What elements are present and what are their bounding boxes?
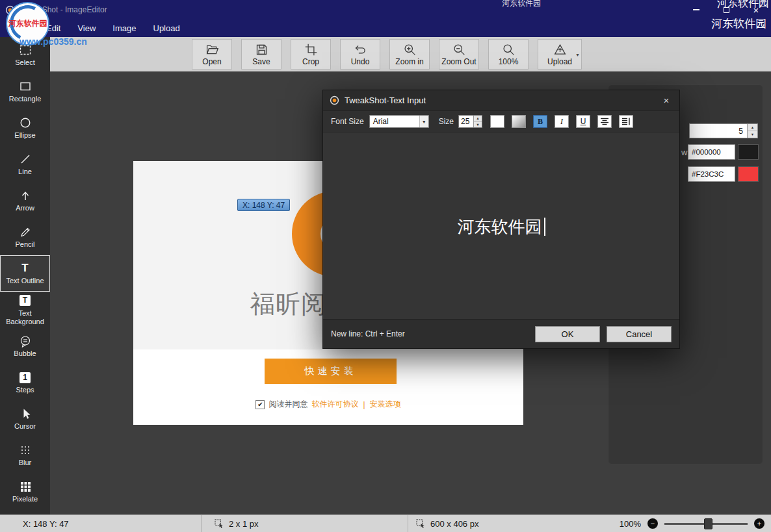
spinner-buttons[interactable]: ▲ ▼ <box>747 124 757 138</box>
tool-text-outline[interactable]: T Text Outline <box>0 255 50 292</box>
dialog-titlebar: TweakShot-Text Input × <box>323 90 679 111</box>
tool-text-background-label: Text Background <box>5 309 46 325</box>
zoom-in-button[interactable]: Zoom in <box>389 39 430 70</box>
minimize-button[interactable] <box>681 0 711 19</box>
text-input-dialog: TweakShot-Text Input × Font Size Arial ▼… <box>322 90 680 349</box>
selection-size-icon <box>215 519 224 528</box>
save-button[interactable]: Save <box>241 39 281 70</box>
upload-icon <box>553 43 567 57</box>
upload-button[interactable]: Upload ▼ <box>538 39 582 70</box>
watermark-top-right-1: 河东软件园 <box>717 0 769 10</box>
font-size-spin-up-icon[interactable]: ▲ <box>474 116 482 122</box>
underline-button[interactable]: U <box>576 115 590 128</box>
tool-select-label: Select <box>15 58 35 67</box>
text-caret <box>544 218 545 236</box>
install-button[interactable]: 快速安装 <box>265 359 397 384</box>
statusbar-coords: X: 148 Y: 47 <box>23 519 69 529</box>
tool-pencil[interactable]: Pencil <box>0 219 50 255</box>
zoom-in-icon <box>403 43 417 57</box>
color-swatch-black[interactable] <box>738 144 759 160</box>
text-direction-button[interactable] <box>619 115 633 128</box>
bold-button[interactable]: B <box>533 115 547 128</box>
font-select-dropdown-icon[interactable]: ▼ <box>419 116 428 127</box>
font-size-spinner[interactable]: 25 ▲ ▼ <box>458 115 482 128</box>
zoom-value: 100% <box>620 519 641 529</box>
statusbar-coords-section: X: 148 Y: 47 <box>0 515 202 532</box>
tool-blur[interactable]: Blur <box>0 437 50 474</box>
zoom-out-icon: − <box>651 520 655 527</box>
checkbox-check-icon: ✔ <box>257 401 263 408</box>
tool-text-outline-label: Text Outline <box>6 277 44 285</box>
open-button[interactable]: Open <box>192 39 232 70</box>
zoom-100-button[interactable]: 100% <box>488 39 529 70</box>
dialog-close-button[interactable]: × <box>657 93 675 108</box>
upload-button-label: Upload <box>547 57 572 66</box>
stroke-width-value[interactable]: 5 <box>690 124 747 138</box>
sidebar: Select Rectangle Ellipse Line Arrow Penc… <box>0 37 50 514</box>
text-input-line[interactable]: 河东软件园 <box>323 216 679 238</box>
tool-steps-label: Steps <box>16 386 34 394</box>
color-hex-input-2[interactable]: #F23C3C <box>688 166 735 182</box>
tool-cursor[interactable]: Cursor <box>0 401 50 437</box>
shadow-label-partial: w <box>681 147 687 157</box>
italic-button[interactable]: I <box>555 115 569 128</box>
menu-image[interactable]: Image <box>104 23 144 33</box>
options-link[interactable]: 安装选项 <box>370 399 401 410</box>
menu-upload[interactable]: Upload <box>145 23 189 33</box>
color-hex-value-1: #000000 <box>692 148 721 156</box>
stroke-width-spinner[interactable]: 5 ▲ ▼ <box>689 123 758 138</box>
text-input-value[interactable]: 河东软件园 <box>458 217 542 236</box>
tool-arrow[interactable]: Arrow <box>0 183 50 219</box>
dialog-logo-icon <box>330 95 339 105</box>
color-swatch-red[interactable] <box>738 166 759 182</box>
align-center-button[interactable] <box>597 115 612 128</box>
tool-bubble[interactable]: Bubble <box>0 328 50 364</box>
zoom-slider-track[interactable] <box>664 523 748 525</box>
tool-rectangle[interactable]: Rectangle <box>0 73 50 110</box>
tool-text-background[interactable]: T Text Background <box>0 292 50 328</box>
pixelate-icon <box>19 480 32 493</box>
zoom-100-icon <box>502 43 516 57</box>
open-button-label: Open <box>202 57 221 66</box>
font-size-spin-buttons[interactable]: ▲ ▼ <box>473 116 482 127</box>
rectangle-icon <box>19 80 32 93</box>
agree-checkbox[interactable]: ✔ <box>255 400 265 409</box>
font-size-value[interactable]: 25 <box>459 116 473 127</box>
open-folder-icon <box>205 43 219 57</box>
license-link[interactable]: 软件许可协议 <box>311 399 358 410</box>
font-family-select[interactable]: Arial ▼ <box>369 115 429 128</box>
zoom-in-slider-button[interactable]: + <box>754 518 764 529</box>
tool-pixelate[interactable]: Pixelate <box>0 474 50 510</box>
agree-text: 阅读并同意 <box>268 399 307 410</box>
font-size-spin-down-icon[interactable]: ▼ <box>474 122 482 128</box>
zoom-slider-handle[interactable] <box>704 518 712 529</box>
arrow-icon <box>19 189 32 202</box>
menu-view[interactable]: View <box>69 23 104 33</box>
text-color-swatch-button[interactable] <box>490 115 504 128</box>
color-hex-input-1[interactable]: #000000 <box>688 144 735 160</box>
tool-line[interactable]: Line <box>0 146 50 183</box>
tool-ellipse[interactable]: Ellipse <box>0 110 50 146</box>
text-outline-icon: T <box>21 262 28 275</box>
zoom-out-button[interactable]: Zoom Out <box>439 39 479 70</box>
undo-button[interactable]: Undo <box>340 39 380 70</box>
tool-steps[interactable]: 1 Steps <box>0 364 50 401</box>
statusbar: X: 148 Y: 47 2 x 1 px 600 x 406 px 100% … <box>0 514 771 532</box>
coordinate-tooltip: X: 148 Y: 47 <box>237 199 290 211</box>
crop-button[interactable]: Crop <box>291 39 331 70</box>
background-color-swatch-button[interactable] <box>512 115 526 128</box>
dialog-text-area[interactable]: 河东软件园 <box>323 133 679 319</box>
spin-down-icon[interactable]: ▼ <box>748 131 757 138</box>
bubble-icon <box>19 335 32 348</box>
zoom-out-slider-button[interactable]: − <box>647 518 658 529</box>
cancel-button[interactable]: Cancel <box>607 326 672 342</box>
zoom-in-button-label: Zoom in <box>395 57 423 66</box>
zoom-100-button-label: 100% <box>499 57 519 66</box>
spin-up-icon[interactable]: ▲ <box>748 124 757 131</box>
zoom-in-icon: + <box>757 520 761 527</box>
upload-dropdown-icon[interactable]: ▼ <box>575 52 580 57</box>
newline-hint: New line: Ctrl + Enter <box>331 329 405 338</box>
ok-button[interactable]: OK <box>535 326 600 342</box>
image-size-text: 600 x 406 px <box>430 519 478 529</box>
text-background-icon: T <box>20 294 31 307</box>
